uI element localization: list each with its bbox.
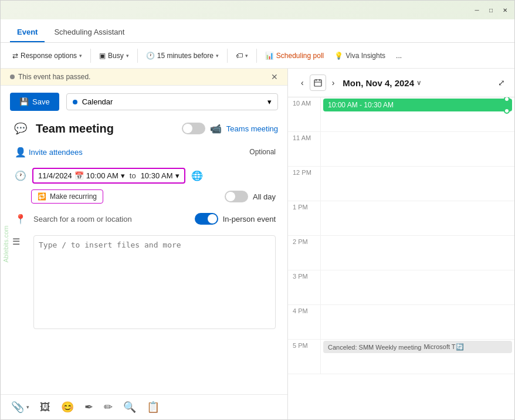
cal-today-button[interactable] [310,74,326,91]
datetime-row: 🕐 11/4/2024 📅 10:00 AM ▾ to 10:30 AM [10,167,278,184]
tag-icon: 🏷 [236,52,243,60]
tab-event[interactable]: Event [10,23,45,42]
close-button[interactable]: ✕ [500,5,510,15]
recurring-icon: 🔁 [38,192,46,201]
calendar-select[interactable]: Calendar ▾ [66,93,278,110]
more-options-button[interactable]: 📋 [143,398,163,416]
more-options-icon: 📋 [147,401,160,414]
minimize-button[interactable]: ─ [472,5,482,15]
bottom-toolbar: 📎 ▾ 🖼 😊 ✒ ✏ 🔍 📋 [1,394,287,419]
datetime-fields: 11/4/2024 📅 10:00 AM ▾ to 10:30 AM ▾ [32,168,185,184]
cancelled-sub: Microsoft T🔄 [423,343,463,351]
cancelled-block[interactable]: Canceled: SMM Weekly meeting Microsoft T… [323,341,512,353]
end-time-field[interactable]: 10:30 AM ▾ [141,171,179,180]
recurring-row: 🔁 Make recurring All day [10,189,278,204]
tab-scheduling-assistant[interactable]: Scheduling Assistant [47,23,131,42]
ink-button[interactable]: ✒ [81,398,97,416]
response-options-chevron: ▾ [79,53,82,59]
cal-date-label: Mon, Nov 4, 2024 [343,78,414,88]
start-time-chevron: ▾ [121,171,125,180]
body-textarea[interactable] [33,235,276,329]
toolbar-separator-3 [227,49,228,63]
tag-chevron: ▾ [245,53,248,59]
datetime-icon: 🕐 [12,167,29,184]
to-label: to [127,171,138,180]
cal-date[interactable]: Mon, Nov 4, 2024 ∨ [343,78,421,88]
in-person-toggle[interactable] [195,213,218,225]
slot-content-10am: 10:00 AM - 10:30 AM [320,97,514,131]
teams-toggle[interactable] [182,123,205,134]
main-content: Ablebits.com This event has passed. ✕ 💾 … [1,69,514,419]
slot-content-5pm: Canceled: SMM Weekly meeting Microsoft T… [320,340,514,374]
meeting-dot-bottom [504,108,510,114]
close-info-button[interactable]: ✕ [271,72,278,82]
title-bar: ─ □ ✕ [1,1,514,19]
body-icon: ☰ [12,235,29,329]
cal-prev-button[interactable]: ‹ [297,77,307,89]
time-slot-12pm: 12 PM [288,167,514,201]
viva-insights-label: Viva Insights [345,52,385,60]
reminder-label: 15 minutes before [157,52,214,60]
cancelled-text: Canceled: SMM Weekly meeting [328,344,421,351]
location-row: 📍 Search for a room or location In-perso… [10,211,278,227]
cal-next-button[interactable]: › [328,77,338,89]
busy-button[interactable]: ▣ Busy ▾ [94,49,134,62]
calendar-label: Calendar [82,97,263,106]
right-panel: ‹ › Mon, Nov 4, 2024 ∨ [288,69,514,419]
reminder-button[interactable]: 🕐 15 minutes before ▾ [141,49,223,62]
invite-attendees-input[interactable]: Invite attendees [29,148,249,157]
date-field[interactable]: 11/4/2024 📅 [38,171,84,180]
slot-content-11am [320,132,514,166]
tabs-bar: Event Scheduling Assistant [1,19,514,43]
more-icon: ... [396,52,402,60]
calendar-chevron: ▾ [267,97,272,106]
tag-button[interactable]: 🏷 ▾ [231,49,253,62]
save-icon: 💾 [19,97,29,106]
attach-button[interactable]: 📎 ▾ [8,398,33,416]
time-label-1pm: 1 PM [288,201,320,213]
viva-insights-button[interactable]: 💡 Viva Insights [330,49,390,62]
location-input[interactable]: Search for a room or location [33,215,190,223]
search-body-button[interactable]: 🔍 [120,398,140,416]
all-day-label: All day [253,192,276,201]
title-row: 💬 Team meeting 📹 Teams meeting [10,120,278,137]
meeting-time-label: 10:00 AM - 10:30 AM [328,101,394,109]
more-button[interactable]: ... [391,49,406,62]
optional-label[interactable]: Optional [249,148,276,156]
time-label-12pm: 12 PM [288,167,320,178]
toolbar-separator-1 [90,49,91,63]
cal-nav: ‹ › [297,74,338,91]
image-icon: 🖼 [40,401,50,414]
image-button[interactable]: 🖼 [36,399,54,416]
save-button[interactable]: 💾 Save [10,93,59,111]
meeting-title[interactable]: Team meeting [36,122,175,136]
viva-icon: 💡 [334,52,343,60]
attach-icon: 📎 [11,401,24,414]
cal-expand-button[interactable]: ⤢ [498,78,505,87]
time-label-5pm: 5 PM [288,340,320,351]
time-slot-4pm: 4 PM [288,305,514,340]
window: ─ □ ✕ Event Scheduling Assistant ⇄ Respo… [0,0,515,420]
info-bar-message: This event has passed. [18,73,90,81]
meeting-dot-top [504,97,510,102]
date-value: 11/4/2024 [38,171,72,180]
start-time-field[interactable]: 10:00 AM ▾ [86,171,125,180]
pen-button[interactable]: ✏ [100,398,116,416]
time-slot-2pm: 2 PM [288,236,514,270]
start-time-value: 10:00 AM [86,171,118,180]
emoji-button[interactable]: 😊 [57,398,77,416]
maximize-button[interactable]: □ [486,5,496,15]
all-day-toggle[interactable] [225,191,248,202]
response-options-button[interactable]: ⇄ Response options ▾ [8,49,87,62]
location-icon: 📍 [12,211,29,227]
save-label: Save [32,97,50,106]
make-recurring-button[interactable]: 🔁 Make recurring [31,189,103,204]
calendar-today-icon [314,79,322,87]
timezone-button[interactable]: 🌐 [189,167,205,184]
attach-chevron: ▾ [26,404,29,410]
scheduling-poll-button[interactable]: 📊 Scheduling poll [260,49,328,62]
slot-content-12pm [320,167,514,201]
toolbar: ⇄ Response options ▾ ▣ Busy ▾ 🕐 15 minut… [1,43,514,69]
meeting-block[interactable]: 10:00 AM - 10:30 AM [323,99,512,111]
info-bar: This event has passed. ✕ [1,69,287,86]
